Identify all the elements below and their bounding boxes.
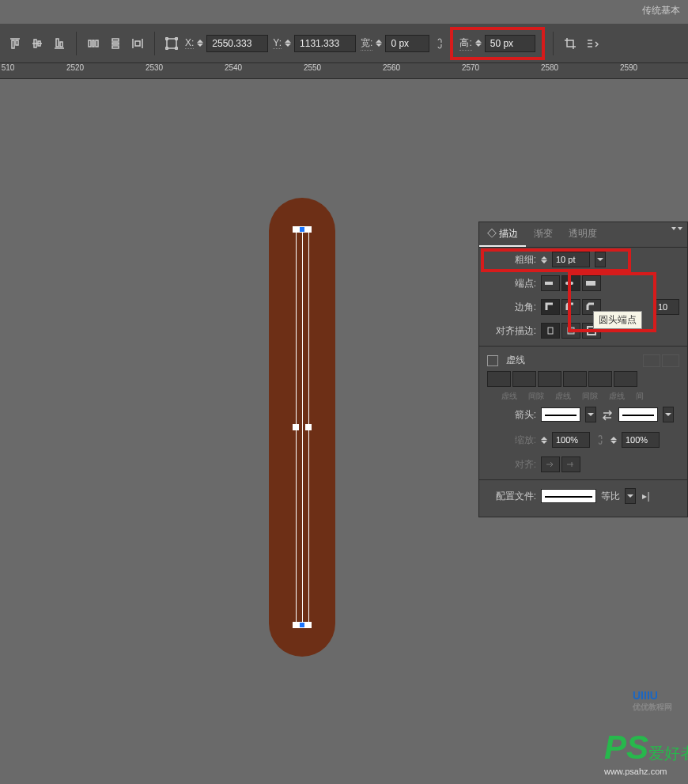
dash-input [487, 371, 511, 387]
ruler-tick: 2560 [383, 63, 400, 72]
profile-dropdown[interactable] [625, 488, 636, 504]
ruler-tick: 2550 [304, 63, 321, 72]
distribute-h-icon[interactable] [85, 35, 102, 52]
options-bar: X: Y: 宽: 高: [0, 24, 688, 63]
dashed-label: 虚线 [506, 354, 525, 367]
rounded-rect-shape[interactable] [269, 198, 335, 657]
panel-collapse-icon[interactable] [671, 227, 682, 230]
y-stepper[interactable] [285, 40, 291, 47]
dash-col-label: 间隙 [528, 391, 544, 402]
corner-round-icon[interactable] [561, 299, 580, 315]
dash-col-label: 间隙 [582, 391, 598, 402]
arrow-start-swatch[interactable] [541, 407, 580, 422]
tab-opacity[interactable]: 透明度 [561, 222, 605, 247]
gap-input [512, 371, 536, 387]
cap-tooltip: 圆头端点 [593, 311, 642, 329]
workspace-label: 传统基本 [642, 4, 680, 17]
height-group-highlight: 高: [450, 27, 544, 60]
cap-butt-icon[interactable] [541, 275, 560, 291]
corner-miter-icon[interactable] [541, 299, 560, 315]
arrow-label: 箭头: [487, 408, 536, 422]
dash-align-2-icon[interactable] [662, 354, 679, 367]
svg-rect-13 [586, 281, 595, 286]
y-label: Y: [273, 37, 282, 49]
scale-start-input [552, 432, 590, 448]
dash-col-label: 间 [636, 391, 644, 402]
crop-icon[interactable] [561, 35, 579, 52]
align-arrow-label: 对齐: [487, 458, 536, 472]
gap-input [614, 371, 637, 387]
svg-rect-12 [565, 282, 573, 285]
dash-col-label: 虚线 [501, 391, 517, 402]
scale-label: 缩放: [487, 434, 536, 447]
svg-rect-14 [548, 328, 553, 334]
align-top-icon[interactable] [6, 35, 24, 52]
align-bottom-icon[interactable] [51, 35, 68, 52]
arrow-end-dropdown[interactable] [663, 407, 674, 422]
cap-buttons [541, 275, 601, 291]
corner-label: 边角: [487, 301, 536, 314]
svg-rect-6 [167, 39, 176, 48]
profile-label: 配置文件: [487, 490, 536, 503]
height-input[interactable] [485, 35, 535, 52]
cap-label: 端点: [487, 277, 536, 290]
svg-rect-15 [568, 328, 574, 334]
align-inside-icon[interactable] [561, 323, 580, 339]
ruler: 510 2520 2530 2540 2550 2560 2570 2580 2… [0, 63, 688, 79]
arrow-align-2-icon [561, 456, 580, 472]
dash-align-1-icon[interactable] [643, 354, 660, 367]
ruler-tick: 2590 [620, 63, 637, 72]
distribute-spacing-icon[interactable] [129, 35, 146, 52]
align-center-icon[interactable] [541, 323, 560, 339]
x-input[interactable] [206, 35, 268, 52]
dash-col-label: 虚线 [609, 391, 625, 402]
align-stroke-buttons [541, 323, 601, 339]
corner-buttons [541, 299, 601, 315]
miter-limit-input[interactable] [654, 299, 679, 315]
height-stepper[interactable] [475, 40, 482, 47]
ruler-tick: 2540 [225, 63, 242, 72]
dash-col-label: 虚线 [555, 391, 571, 402]
swap-arrows-icon[interactable] [601, 406, 614, 423]
transform-icon[interactable] [163, 35, 180, 52]
profile-swatch[interactable] [541, 489, 596, 503]
svg-rect-3 [112, 39, 119, 41]
cap-round-icon[interactable] [561, 275, 580, 291]
svg-rect-4 [112, 43, 119, 44]
link-scale-icon[interactable] [595, 431, 606, 449]
x-stepper[interactable] [197, 40, 203, 47]
svg-rect-11 [545, 282, 553, 285]
weight-input[interactable] [552, 252, 590, 267]
width-label: 宽: [361, 36, 372, 51]
y-input[interactable] [294, 35, 356, 52]
weight-stepper[interactable] [541, 256, 547, 263]
tab-stroke[interactable]: ◇ 描边 [479, 222, 526, 247]
link-wh-icon[interactable] [434, 35, 445, 52]
weight-dropdown[interactable] [595, 252, 606, 267]
align-vcenter-icon[interactable] [28, 35, 46, 52]
cap-square-icon[interactable] [582, 275, 601, 291]
scale-end-input [622, 432, 660, 448]
ruler-tick: 2570 [462, 63, 479, 72]
dash-input [538, 371, 561, 387]
distribute-v-icon[interactable] [107, 35, 124, 52]
arrow-align-1-icon [541, 456, 560, 472]
arrow-start-dropdown[interactable] [585, 407, 596, 422]
profile-value: 等比 [601, 490, 620, 503]
svg-rect-2 [96, 40, 98, 47]
tab-gradient[interactable]: 渐变 [526, 222, 561, 247]
width-input[interactable] [385, 35, 429, 52]
ruler-tick: 2530 [146, 63, 163, 72]
flip-profile-icon[interactable]: ▸| [641, 487, 652, 505]
more-options-icon[interactable] [584, 35, 601, 52]
width-stepper[interactable] [376, 40, 382, 47]
arrow-end-swatch[interactable] [618, 407, 658, 422]
align-stroke-label: 对齐描边: [487, 324, 536, 338]
dashed-checkbox[interactable] [487, 355, 498, 366]
ruler-tick: 510 [2, 63, 15, 72]
dash-input [588, 371, 612, 387]
gap-input [563, 371, 587, 387]
ruler-tick: 2520 [66, 63, 84, 72]
x-label: X: [185, 37, 194, 49]
stroke-panel: ◇ 描边 渐变 透明度 粗细: 端点: 边角: 对齐描边: [478, 222, 688, 517]
